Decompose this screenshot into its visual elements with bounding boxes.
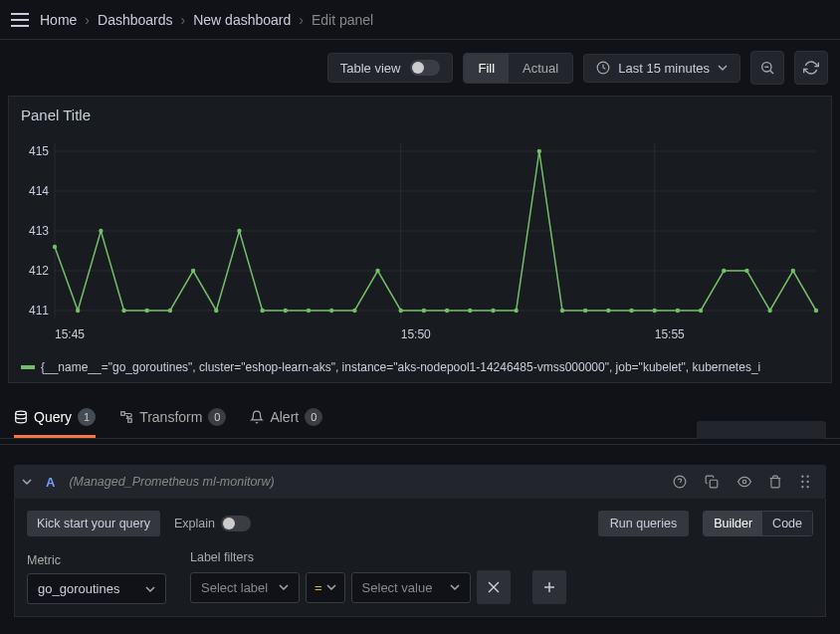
line-chart: 41141241341441515:4515:5015:55 bbox=[21, 137, 822, 346]
zoom-out-button[interactable] bbox=[750, 51, 784, 85]
svg-point-26 bbox=[121, 309, 125, 313]
fill-button[interactable]: Fill bbox=[464, 54, 509, 83]
actual-button[interactable]: Actual bbox=[509, 54, 572, 83]
svg-point-31 bbox=[237, 229, 241, 233]
svg-point-37 bbox=[375, 269, 379, 273]
svg-point-36 bbox=[352, 309, 356, 313]
database-icon bbox=[14, 410, 28, 424]
svg-text:15:55: 15:55 bbox=[655, 327, 685, 341]
toggle-switch[interactable] bbox=[410, 60, 440, 76]
svg-text:412: 412 bbox=[29, 264, 49, 278]
operator-value: = bbox=[315, 580, 322, 595]
tab-transform-count: 0 bbox=[208, 408, 226, 426]
svg-point-54 bbox=[767, 309, 771, 313]
svg-point-57 bbox=[16, 411, 27, 415]
legend-text: {__name__="go_goroutines", cluster="esho… bbox=[41, 360, 760, 374]
chevron-down-icon bbox=[718, 63, 728, 73]
refresh-button[interactable] bbox=[794, 51, 828, 85]
svg-point-55 bbox=[791, 269, 795, 273]
breadcrumb-home[interactable]: Home bbox=[40, 12, 77, 28]
clock-icon bbox=[596, 61, 610, 75]
svg-point-51 bbox=[699, 309, 703, 313]
breadcrumb-sep: › bbox=[181, 12, 186, 28]
breadcrumb-dashboards[interactable]: Dashboards bbox=[98, 12, 173, 28]
query-ref-id[interactable]: A bbox=[46, 475, 55, 490]
add-filter-button[interactable] bbox=[532, 570, 566, 604]
delete-button[interactable] bbox=[768, 475, 786, 489]
time-range-picker[interactable]: Last 15 minutes bbox=[583, 54, 740, 83]
svg-point-27 bbox=[145, 309, 149, 313]
tab-alert-count: 0 bbox=[305, 408, 322, 426]
tab-transform[interactable]: Transform 0 bbox=[119, 399, 226, 438]
svg-point-28 bbox=[168, 309, 172, 313]
svg-point-24 bbox=[76, 309, 80, 313]
metric-select[interactable]: go_goroutines bbox=[27, 573, 166, 604]
svg-text:413: 413 bbox=[29, 224, 49, 238]
svg-point-50 bbox=[676, 309, 680, 313]
svg-point-39 bbox=[422, 309, 426, 313]
svg-point-63 bbox=[742, 480, 746, 484]
chevron-down-icon bbox=[22, 477, 32, 487]
explain-toggle[interactable]: Explain bbox=[174, 516, 251, 531]
breadcrumb-current: Edit panel bbox=[312, 12, 373, 28]
code-button[interactable]: Code bbox=[762, 512, 812, 535]
chart-legend[interactable]: {__name__="go_goroutines", cluster="esho… bbox=[21, 356, 819, 378]
svg-text:415: 415 bbox=[29, 144, 49, 158]
chart-panel: Panel Title 41141241341441515:4515:5015:… bbox=[8, 96, 832, 383]
eye-icon bbox=[736, 475, 752, 489]
collapse-toggle[interactable] bbox=[22, 477, 32, 487]
explain-label: Explain bbox=[174, 517, 215, 530]
chevron-down-icon bbox=[279, 582, 289, 592]
svg-point-46 bbox=[583, 309, 587, 313]
breadcrumb-new-dashboard[interactable]: New dashboard bbox=[193, 12, 291, 28]
help-button[interactable] bbox=[673, 475, 691, 489]
value-placeholder: Select value bbox=[362, 580, 433, 595]
svg-point-68 bbox=[801, 486, 803, 488]
svg-point-69 bbox=[806, 486, 808, 488]
kick-start-button[interactable]: Kick start your query bbox=[27, 511, 160, 536]
tab-query[interactable]: Query 1 bbox=[14, 399, 96, 438]
builder-code-toggle: Builder Code bbox=[703, 511, 813, 536]
grip-icon bbox=[800, 475, 810, 489]
time-range-label: Last 15 minutes bbox=[618, 61, 710, 76]
svg-point-44 bbox=[537, 149, 541, 153]
fill-actual-toggle: Fill Actual bbox=[463, 53, 573, 84]
run-queries-button[interactable]: Run queries bbox=[598, 511, 689, 536]
menu-toggle[interactable] bbox=[8, 8, 32, 32]
toggle-switch[interactable] bbox=[221, 516, 251, 531]
svg-point-29 bbox=[191, 269, 195, 273]
toggle-visibility-button[interactable] bbox=[736, 475, 754, 489]
svg-point-49 bbox=[653, 309, 657, 313]
svg-rect-62 bbox=[710, 480, 718, 488]
drag-handle[interactable] bbox=[800, 475, 818, 489]
tab-transform-label: Transform bbox=[139, 409, 202, 425]
chevron-down-icon bbox=[145, 584, 155, 594]
svg-point-67 bbox=[806, 481, 808, 483]
value-select[interactable]: Select value bbox=[351, 572, 471, 603]
operator-select[interactable]: = bbox=[306, 572, 345, 603]
svg-point-47 bbox=[606, 309, 610, 313]
table-view-toggle[interactable]: Table view bbox=[327, 53, 454, 83]
svg-point-30 bbox=[214, 309, 218, 313]
svg-point-35 bbox=[329, 309, 333, 313]
remove-filter-button[interactable] bbox=[477, 570, 511, 604]
legend-swatch bbox=[21, 365, 35, 369]
svg-point-41 bbox=[468, 309, 472, 313]
copy-icon bbox=[705, 475, 719, 489]
label-select[interactable]: Select label bbox=[190, 572, 300, 603]
transform-icon bbox=[119, 410, 133, 424]
chevron-down-icon bbox=[326, 582, 336, 592]
label-placeholder: Select label bbox=[201, 580, 268, 595]
svg-point-65 bbox=[806, 476, 808, 478]
panel-title: Panel Title bbox=[21, 106, 819, 123]
svg-point-32 bbox=[260, 309, 264, 313]
svg-point-42 bbox=[491, 309, 495, 313]
tab-alert[interactable]: Alert 0 bbox=[250, 399, 322, 438]
builder-button[interactable]: Builder bbox=[704, 512, 762, 535]
svg-point-66 bbox=[801, 481, 803, 483]
svg-text:15:50: 15:50 bbox=[401, 327, 431, 341]
chart-area[interactable]: 41141241341441515:4515:5015:55 bbox=[21, 137, 819, 356]
query-datasource[interactable]: (Managed_Prometheus ml-monitorw) bbox=[69, 475, 274, 489]
duplicate-button[interactable] bbox=[705, 475, 723, 489]
svg-point-56 bbox=[814, 309, 818, 313]
